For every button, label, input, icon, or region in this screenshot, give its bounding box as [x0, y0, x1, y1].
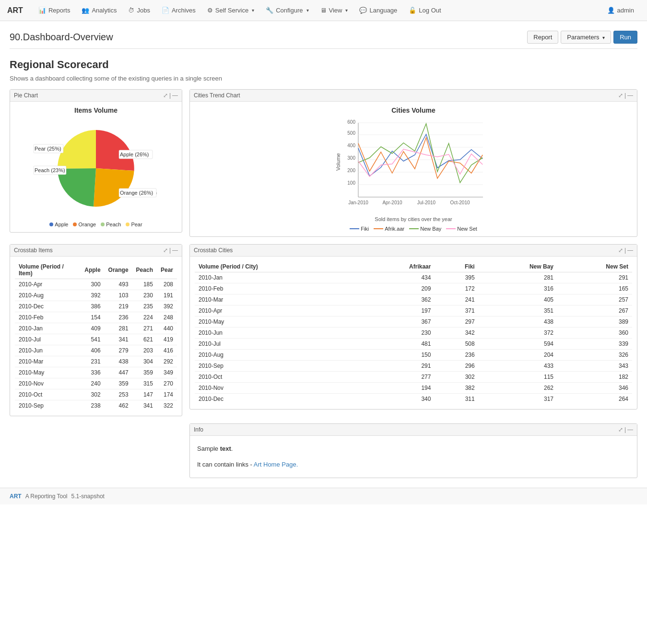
col-fiki: Fiki	[435, 261, 478, 272]
nav-item-logout[interactable]: 🔓 Log Out	[403, 0, 447, 21]
table-row: 2010-Oct277302115182	[195, 372, 632, 383]
table-cell: 2010-Apr	[15, 279, 81, 290]
pie-label-orange-text: Orange (26%)	[120, 190, 153, 196]
table-cell: 2010-May	[15, 367, 81, 378]
nav-item-selfservice[interactable]: ⚙ Self Service ▾	[201, 0, 260, 21]
pie-legend-orange-dot	[73, 222, 77, 226]
table-row: 2010-Dec386219235392	[15, 301, 177, 312]
table-cell: 277	[362, 372, 435, 383]
table-cell: 416	[157, 345, 177, 356]
table-row: 2010-May336447359349	[15, 367, 177, 378]
nav-item-archives[interactable]: 📄 Archives	[156, 0, 201, 21]
table-cell: 297	[435, 316, 478, 328]
table-cell: 262	[479, 383, 557, 394]
cities-chart-minimize-icon[interactable]: —	[627, 92, 633, 99]
info-text-before: Sample	[197, 445, 220, 452]
pie-legend-pear: Pear	[126, 222, 142, 227]
navbar-brand[interactable]: ART	[7, 6, 23, 15]
cities-legend-newbay-label: New Bay	[420, 226, 441, 232]
info-text: Sample text. It can contain links - Art …	[195, 441, 632, 473]
table-cell: 405	[479, 294, 557, 305]
y-label-500: 500	[347, 130, 355, 136]
col-apple: Apple	[81, 261, 104, 279]
table-row: 2010-Jun230342372360	[195, 328, 632, 339]
cities-legend-afrikaar: Afrik.aar	[374, 226, 404, 232]
table-row: 2010-Jan434395281291	[195, 272, 632, 283]
table-cell: 2010-Oct	[195, 372, 362, 383]
table-cell: 621	[132, 334, 157, 345]
nav-item-user[interactable]: 👤 admin	[601, 0, 640, 21]
parameters-button[interactable]: Parameters ▾	[561, 31, 611, 44]
nav-item-analytics[interactable]: 👥 Analytics	[76, 0, 122, 21]
y-label-200: 200	[347, 168, 355, 173]
y-label-400: 400	[347, 143, 355, 148]
info-link[interactable]: Art Home Page.	[254, 461, 298, 468]
table-cell: 481	[362, 339, 435, 350]
table-cell: 2010-Jul	[195, 339, 362, 350]
nav-item-jobs[interactable]: ⏱ Jobs	[122, 0, 155, 21]
table-cell: 541	[81, 334, 104, 345]
table-cell: 2010-May	[195, 316, 362, 328]
pie-chart-expand-icon[interactable]: ⤢	[163, 92, 168, 99]
table-cell: 392	[157, 301, 177, 312]
cities-chart-expand-icon[interactable]: ⤢	[618, 92, 623, 99]
table-cell: 409	[81, 323, 104, 334]
table-cell: 302	[435, 372, 478, 383]
cities-legend-newset-line	[446, 228, 456, 229]
nav-item-reports[interactable]: 📊 Reports	[33, 0, 76, 21]
pie-chart-body: Items Volume	[10, 102, 182, 232]
y-axis-title: Volume	[335, 153, 341, 171]
cities-legend-newset-label: New Set	[457, 226, 477, 232]
line-fiki	[358, 134, 482, 176]
crosstab-cities-header: Crosstab Cities ⤢ | —	[190, 245, 637, 257]
table-cell: 440	[157, 323, 177, 334]
table-cell: 438	[479, 316, 557, 328]
table-cell: 341	[105, 334, 132, 345]
table-cell: 248	[157, 312, 177, 323]
table-cell: 270	[157, 378, 177, 389]
info-expand-icon[interactable]: ⤢	[618, 426, 623, 433]
pie-legend-orange: Orange	[73, 222, 96, 227]
crosstab-cities-expand-icon[interactable]: ⤢	[618, 247, 623, 254]
pie-legend-apple-dot	[49, 222, 53, 226]
table-cell: 271	[132, 323, 157, 334]
table-cell: 281	[105, 323, 132, 334]
table-cell: 103	[105, 290, 132, 301]
table-cell: 267	[557, 305, 632, 316]
footer-brand[interactable]: ART	[10, 493, 22, 500]
table-cell: 594	[479, 339, 557, 350]
cities-legend-afrikaar-line	[374, 228, 383, 229]
run-button[interactable]: Run	[613, 31, 637, 44]
crosstab-items-expand-icon[interactable]: ⤢	[163, 247, 168, 254]
page-header: 90.Dashboard-Overview Report Parameters …	[0, 21, 647, 48]
table-cell: 343	[557, 361, 632, 372]
pie-chart-minimize-icon[interactable]: —	[172, 92, 178, 99]
view-icon: 🖥	[320, 7, 327, 14]
table-row: 2010-Sep291296433343	[195, 361, 632, 372]
nav-item-configure[interactable]: 🔧 Configure ▾	[260, 0, 314, 21]
bar-chart-icon: 📊	[38, 7, 46, 14]
table-cell: 342	[435, 328, 478, 339]
table-cell: 115	[479, 372, 557, 383]
info-minimize-icon[interactable]: —	[627, 426, 633, 433]
report-main-title: Regional Scorecard	[10, 59, 637, 71]
info-text-after: .	[231, 445, 233, 452]
table-row: 2010-Mar362241405257	[195, 294, 632, 305]
col-peach: Peach	[132, 261, 157, 279]
configure-icon: 🔧	[266, 7, 273, 14]
footer-tagline: A Reporting Tool	[25, 493, 68, 500]
table-cell: 2010-Aug	[195, 350, 362, 361]
table-cell: 359	[132, 367, 157, 378]
pie-legend-pear-label: Pear	[131, 222, 142, 227]
crosstab-cities-minimize-icon[interactable]: —	[627, 247, 633, 254]
y-label-600: 600	[347, 119, 355, 125]
table-cell: 362	[362, 294, 435, 305]
table-cell: 182	[557, 372, 632, 383]
crosstab-items-minimize-icon[interactable]: —	[172, 247, 178, 254]
col-newbay: New Bay	[479, 261, 557, 272]
nav-item-view[interactable]: 🖥 View ▾	[315, 0, 354, 21]
configure-caret: ▾	[306, 8, 309, 13]
nav-item-language[interactable]: 💬 Language	[353, 0, 403, 21]
report-button[interactable]: Report	[527, 31, 558, 44]
view-caret: ▾	[345, 8, 348, 13]
